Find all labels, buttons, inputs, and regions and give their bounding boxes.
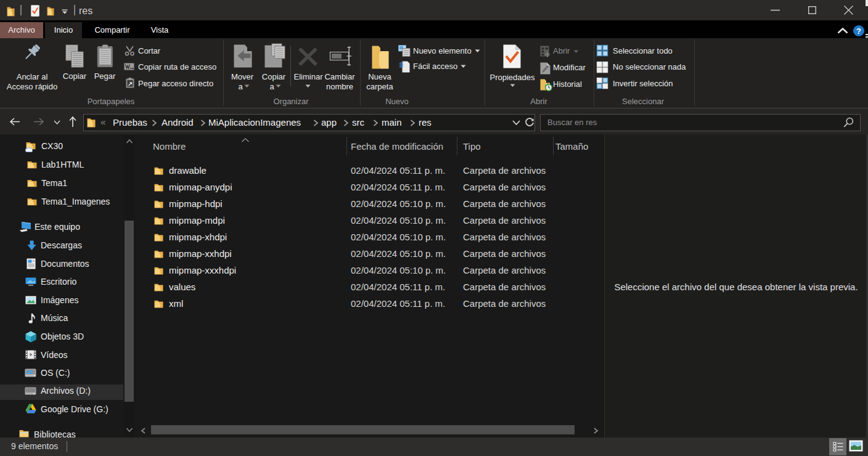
svg-text:?: ?: [856, 26, 861, 36]
